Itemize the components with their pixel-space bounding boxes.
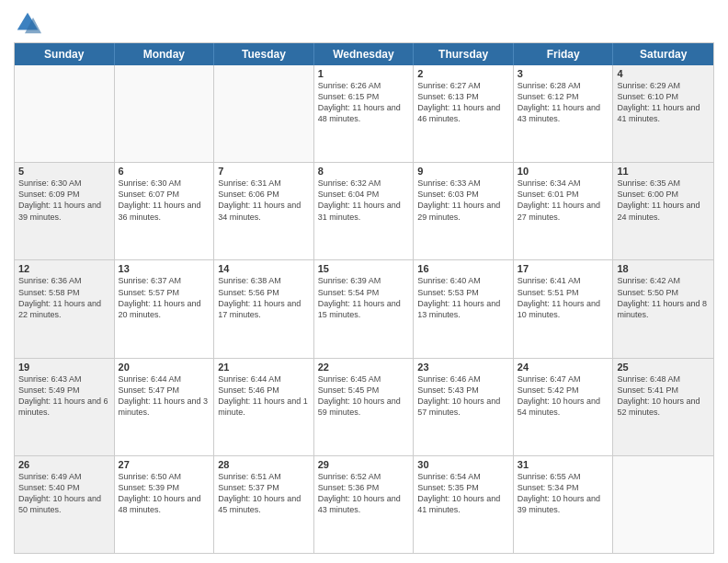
list-item: 14Sunrise: 6:38 AM Sunset: 5:56 PM Dayli… bbox=[214, 260, 314, 357]
table-row: 5Sunrise: 6:30 AM Sunset: 6:09 PM Daylig… bbox=[15, 163, 713, 260]
day-number: 15 bbox=[318, 263, 410, 274]
day-number: 9 bbox=[417, 166, 509, 177]
day-info: Sunrise: 6:43 AM Sunset: 5:49 PM Dayligh… bbox=[18, 373, 110, 419]
day-info: Sunrise: 6:51 AM Sunset: 5:37 PM Dayligh… bbox=[218, 471, 310, 516]
cal-header-cell: Wednesday bbox=[314, 43, 415, 65]
day-info: Sunrise: 6:26 AM Sunset: 6:15 PM Dayligh… bbox=[318, 80, 410, 125]
day-info: Sunrise: 6:44 AM Sunset: 5:47 PM Dayligh… bbox=[119, 373, 210, 419]
day-info: Sunrise: 6:44 AM Sunset: 5:46 PM Dayligh… bbox=[218, 373, 310, 419]
day-info: Sunrise: 6:28 AM Sunset: 6:12 PM Dayligh… bbox=[518, 80, 609, 125]
list-item: 20Sunrise: 6:44 AM Sunset: 5:47 PM Dayli… bbox=[115, 359, 215, 455]
day-info: Sunrise: 6:54 AM Sunset: 5:35 PM Dayligh… bbox=[417, 471, 509, 516]
day-number: 11 bbox=[617, 166, 710, 177]
day-info: Sunrise: 6:30 AM Sunset: 6:09 PM Dayligh… bbox=[18, 178, 110, 223]
day-number: 12 bbox=[18, 263, 110, 274]
day-info: Sunrise: 6:34 AM Sunset: 6:01 PM Dayligh… bbox=[518, 178, 609, 223]
day-info: Sunrise: 6:46 AM Sunset: 5:43 PM Dayligh… bbox=[417, 373, 509, 419]
list-item: 18Sunrise: 6:42 AM Sunset: 5:50 PM Dayli… bbox=[613, 260, 713, 357]
day-number: 27 bbox=[119, 459, 210, 470]
cal-header-cell: Saturday bbox=[613, 43, 713, 65]
day-info: Sunrise: 6:45 AM Sunset: 5:45 PM Dayligh… bbox=[318, 373, 410, 419]
list-item: 21Sunrise: 6:44 AM Sunset: 5:46 PM Dayli… bbox=[214, 359, 314, 455]
page: SundayMondayTuesdayWednesdayThursdayFrid… bbox=[0, 0, 728, 563]
calendar-header: SundayMondayTuesdayWednesdayThursdayFrid… bbox=[15, 43, 713, 65]
day-number: 5 bbox=[18, 166, 110, 177]
day-info: Sunrise: 6:33 AM Sunset: 6:03 PM Dayligh… bbox=[417, 178, 509, 223]
day-number: 7 bbox=[218, 166, 310, 177]
day-info: Sunrise: 6:27 AM Sunset: 6:13 PM Dayligh… bbox=[417, 80, 509, 125]
day-info: Sunrise: 6:36 AM Sunset: 5:58 PM Dayligh… bbox=[18, 275, 110, 320]
day-number: 3 bbox=[518, 68, 609, 79]
day-number: 23 bbox=[417, 362, 509, 373]
cal-header-cell: Sunday bbox=[15, 43, 115, 65]
list-item: 9Sunrise: 6:33 AM Sunset: 6:03 PM Daylig… bbox=[414, 163, 514, 259]
list-item bbox=[214, 65, 314, 162]
day-info: Sunrise: 6:47 AM Sunset: 5:42 PM Dayligh… bbox=[518, 373, 609, 419]
list-item: 11Sunrise: 6:35 AM Sunset: 6:00 PM Dayli… bbox=[613, 163, 713, 259]
day-number: 6 bbox=[119, 166, 210, 177]
cal-header-cell: Monday bbox=[115, 43, 215, 65]
day-number: 1 bbox=[318, 68, 410, 79]
day-info: Sunrise: 6:48 AM Sunset: 5:41 PM Dayligh… bbox=[617, 373, 710, 419]
list-item bbox=[613, 456, 713, 553]
day-number: 16 bbox=[417, 263, 509, 274]
list-item: 1Sunrise: 6:26 AM Sunset: 6:15 PM Daylig… bbox=[314, 65, 415, 162]
list-item: 5Sunrise: 6:30 AM Sunset: 6:09 PM Daylig… bbox=[15, 163, 115, 259]
list-item: 26Sunrise: 6:49 AM Sunset: 5:40 PM Dayli… bbox=[15, 456, 115, 553]
day-info: Sunrise: 6:41 AM Sunset: 5:51 PM Dayligh… bbox=[518, 275, 609, 320]
day-info: Sunrise: 6:32 AM Sunset: 6:04 PM Dayligh… bbox=[318, 178, 410, 223]
list-item: 19Sunrise: 6:43 AM Sunset: 5:49 PM Dayli… bbox=[15, 359, 115, 455]
day-info: Sunrise: 6:52 AM Sunset: 5:36 PM Dayligh… bbox=[318, 471, 410, 516]
day-info: Sunrise: 6:35 AM Sunset: 6:00 PM Dayligh… bbox=[617, 178, 710, 223]
list-item: 29Sunrise: 6:52 AM Sunset: 5:36 PM Dayli… bbox=[314, 456, 415, 553]
day-number: 26 bbox=[18, 459, 110, 470]
cal-header-cell: Friday bbox=[514, 43, 614, 65]
calendar: SundayMondayTuesdayWednesdayThursdayFrid… bbox=[14, 42, 714, 554]
list-item: 4Sunrise: 6:29 AM Sunset: 6:10 PM Daylig… bbox=[613, 65, 713, 162]
list-item bbox=[115, 65, 215, 162]
list-item: 16Sunrise: 6:40 AM Sunset: 5:53 PM Dayli… bbox=[414, 260, 514, 357]
day-info: Sunrise: 6:39 AM Sunset: 5:54 PM Dayligh… bbox=[318, 275, 410, 320]
day-number: 29 bbox=[318, 459, 410, 470]
table-row: 1Sunrise: 6:26 AM Sunset: 6:15 PM Daylig… bbox=[15, 65, 713, 163]
list-item: 22Sunrise: 6:45 AM Sunset: 5:45 PM Dayli… bbox=[314, 359, 415, 455]
day-info: Sunrise: 6:30 AM Sunset: 6:07 PM Dayligh… bbox=[119, 178, 210, 223]
list-item bbox=[15, 65, 115, 162]
calendar-body: 1Sunrise: 6:26 AM Sunset: 6:15 PM Daylig… bbox=[15, 65, 713, 553]
day-number: 2 bbox=[417, 68, 509, 79]
list-item: 6Sunrise: 6:30 AM Sunset: 6:07 PM Daylig… bbox=[115, 163, 215, 259]
day-number: 22 bbox=[318, 362, 410, 373]
list-item: 2Sunrise: 6:27 AM Sunset: 6:13 PM Daylig… bbox=[414, 65, 514, 162]
table-row: 19Sunrise: 6:43 AM Sunset: 5:49 PM Dayli… bbox=[15, 359, 713, 456]
cal-header-cell: Tuesday bbox=[214, 43, 314, 65]
day-info: Sunrise: 6:29 AM Sunset: 6:10 PM Dayligh… bbox=[617, 80, 710, 125]
day-number: 14 bbox=[218, 263, 310, 274]
table-row: 12Sunrise: 6:36 AM Sunset: 5:58 PM Dayli… bbox=[15, 260, 713, 358]
list-item: 13Sunrise: 6:37 AM Sunset: 5:57 PM Dayli… bbox=[115, 260, 215, 357]
list-item: 12Sunrise: 6:36 AM Sunset: 5:58 PM Dayli… bbox=[15, 260, 115, 357]
logo-icon bbox=[14, 9, 41, 37]
day-number: 13 bbox=[119, 263, 210, 274]
day-number: 10 bbox=[518, 166, 609, 177]
header bbox=[14, 9, 714, 37]
list-item: 15Sunrise: 6:39 AM Sunset: 5:54 PM Dayli… bbox=[314, 260, 415, 357]
day-number: 19 bbox=[18, 362, 110, 373]
day-info: Sunrise: 6:55 AM Sunset: 5:34 PM Dayligh… bbox=[518, 471, 609, 516]
list-item: 30Sunrise: 6:54 AM Sunset: 5:35 PM Dayli… bbox=[414, 456, 514, 553]
table-row: 26Sunrise: 6:49 AM Sunset: 5:40 PM Dayli… bbox=[15, 456, 713, 553]
day-number: 18 bbox=[617, 263, 710, 274]
list-item: 25Sunrise: 6:48 AM Sunset: 5:41 PM Dayli… bbox=[613, 359, 713, 455]
list-item: 28Sunrise: 6:51 AM Sunset: 5:37 PM Dayli… bbox=[214, 456, 314, 553]
day-info: Sunrise: 6:40 AM Sunset: 5:53 PM Dayligh… bbox=[417, 275, 509, 320]
list-item: 23Sunrise: 6:46 AM Sunset: 5:43 PM Dayli… bbox=[414, 359, 514, 455]
list-item: 24Sunrise: 6:47 AM Sunset: 5:42 PM Dayli… bbox=[514, 359, 614, 455]
day-number: 30 bbox=[417, 459, 509, 470]
logo bbox=[14, 9, 45, 37]
day-info: Sunrise: 6:31 AM Sunset: 6:06 PM Dayligh… bbox=[218, 178, 310, 223]
list-item: 17Sunrise: 6:41 AM Sunset: 5:51 PM Dayli… bbox=[514, 260, 614, 357]
day-number: 24 bbox=[518, 362, 609, 373]
cal-header-cell: Thursday bbox=[414, 43, 514, 65]
day-number: 17 bbox=[518, 263, 609, 274]
list-item: 31Sunrise: 6:55 AM Sunset: 5:34 PM Dayli… bbox=[514, 456, 614, 553]
list-item: 27Sunrise: 6:50 AM Sunset: 5:39 PM Dayli… bbox=[115, 456, 215, 553]
